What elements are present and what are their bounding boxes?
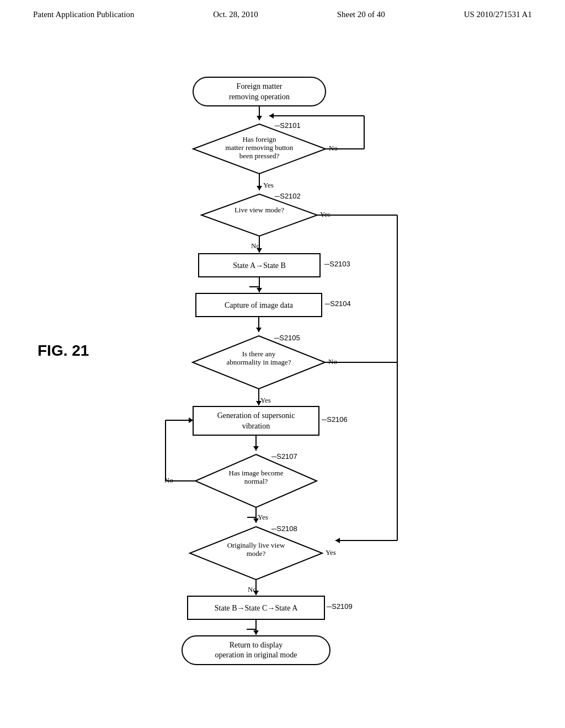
svg-text:No: No	[329, 144, 338, 152]
svg-marker-34	[257, 288, 262, 292]
svg-text:No: No	[248, 585, 257, 593]
svg-text:Generation of supersonic: Generation of supersonic	[217, 411, 295, 420]
svg-rect-82	[182, 636, 330, 665]
svg-marker-39	[256, 328, 262, 332]
svg-text:Yes: Yes	[263, 181, 274, 189]
svg-text:State A→State B: State A→State B	[233, 261, 286, 270]
svg-marker-81	[253, 630, 259, 635]
svg-text:Has foreign: Has foreign	[242, 135, 276, 143]
svg-marker-16	[257, 186, 262, 190]
svg-text:Capture of image data: Capture of image data	[225, 301, 294, 309]
svg-text:Yes: Yes	[260, 396, 271, 404]
svg-text:Is there any: Is there any	[242, 350, 276, 358]
svg-text:mode?: mode?	[247, 549, 266, 558]
svg-text:Foreign matter: Foreign matter	[237, 82, 282, 90]
svg-text:─S2103: ─S2103	[324, 260, 350, 268]
svg-text:─S2104: ─S2104	[324, 299, 351, 308]
svg-text:been pressed?: been pressed?	[239, 152, 280, 160]
svg-marker-63	[189, 417, 193, 423]
svg-text:─S2102: ─S2102	[274, 192, 301, 200]
svg-text:─S2109: ─S2109	[326, 602, 353, 611]
svg-marker-19	[201, 194, 317, 236]
flowchart-svg: Foreign matter removing operation ─S2101…	[0, 0, 565, 728]
svg-marker-25	[335, 538, 340, 543]
svg-text:Return to display: Return to display	[230, 641, 282, 649]
svg-text:abnormality in image?: abnormality in image?	[227, 358, 291, 366]
svg-text:matter removing button: matter removing button	[226, 143, 294, 152]
svg-text:removing operation: removing operation	[229, 93, 290, 101]
svg-text:Originally live view: Originally live view	[227, 541, 285, 549]
svg-text:─S2107: ─S2107	[271, 452, 297, 461]
svg-marker-4	[257, 116, 262, 120]
svg-text:vibration: vibration	[242, 422, 270, 430]
svg-text:Yes: Yes	[326, 548, 336, 556]
svg-text:Yes: Yes	[320, 210, 331, 218]
svg-text:No: No	[328, 357, 337, 366]
svg-text:Live view mode?: Live view mode?	[234, 206, 284, 214]
svg-text:State B→State C→State A: State B→State C→State A	[215, 604, 298, 612]
svg-text:operation in original mode: operation in original mode	[215, 651, 297, 659]
svg-text:Yes: Yes	[258, 513, 268, 521]
svg-text:No: No	[251, 242, 260, 250]
svg-text:normal?: normal?	[244, 477, 268, 485]
svg-rect-0	[193, 77, 326, 106]
svg-rect-49	[193, 406, 319, 435]
svg-marker-14	[269, 113, 274, 119]
svg-text:─S2105: ─S2105	[274, 334, 300, 342]
svg-marker-54	[253, 446, 259, 451]
svg-text:─S2106: ─S2106	[321, 415, 348, 424]
svg-text:─S2101: ─S2101	[274, 121, 301, 130]
svg-text:─S2108: ─S2108	[271, 524, 297, 533]
svg-text:Has image become: Has image become	[229, 469, 284, 477]
